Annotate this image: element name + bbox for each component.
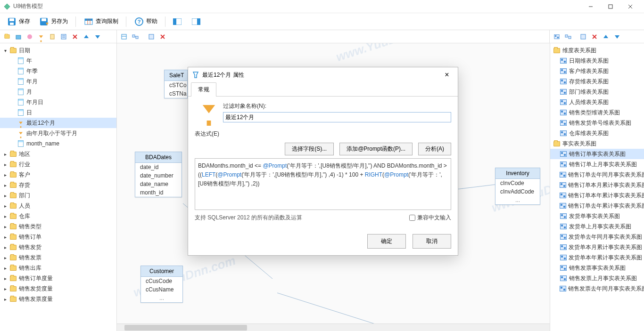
expand-icon[interactable]: ▸ [2,152,8,157]
diagram-item[interactable]: 发货单去年同月事实表关系图 [550,232,644,242]
horizontal-scrollbar[interactable] [117,323,550,331]
folder-销售类型[interactable]: ▸销售类型 [0,221,116,232]
add-table-button[interactable] [119,32,129,42]
delete-button-3[interactable] [589,32,600,42]
minimize-button[interactable] [581,0,601,13]
diagram-item[interactable]: 存货维表关系图 [550,76,644,87]
diagram-item[interactable]: 发货单上月事实表关系图 [550,221,644,232]
properties-button-2[interactable] [146,32,157,42]
folder-人员[interactable]: ▸人员 [0,201,116,211]
scrollbar-thumb[interactable] [124,325,247,331]
move-up-button-2[interactable] [601,32,611,42]
select-field-button[interactable]: 选择字段(S)... [285,143,334,155]
table-salet[interactable]: SaleT cSTCo cSTNa [164,70,188,98]
folder-销售订单[interactable]: ▸销售订单 [0,232,116,242]
add-relation-button[interactable] [130,32,140,42]
diagram-item[interactable]: 人员维表关系图 [550,97,644,107]
expand-icon[interactable]: ▸ [2,234,8,240]
folder-销售发票度量[interactable]: ▸销售发票度量 [0,294,116,304]
add-diagram-button[interactable] [552,32,562,42]
add-folder-button[interactable] [2,32,12,42]
expand-icon[interactable]: ▸ [2,193,8,198]
saveas-button[interactable]: 另存为 [35,15,72,29]
diagram-item[interactable]: 销售类型维请关系图 [550,107,644,118]
close-button[interactable] [620,0,640,13]
folder-销售发票[interactable]: ▸销售发票 [0,252,116,263]
properties-button-3[interactable] [578,32,588,42]
help-button[interactable]: ? 帮助 [130,15,161,29]
cn-compat-input[interactable] [409,215,415,221]
diagram-item[interactable]: 发货单事实表关系图 [550,211,644,221]
dim-年季[interactable]: 年季 [0,66,116,76]
folder-仓库[interactable]: ▸仓库 [0,211,116,221]
table-inventory[interactable]: Inventory cInvCode cInvAddCode ... [495,168,540,205]
diagram-item[interactable]: 销售订单事实表关系图 [550,149,644,159]
delete-button-2[interactable] [157,32,168,42]
move-up-button[interactable] [81,32,91,42]
folder-地区[interactable]: ▸地区 [0,149,116,159]
dim-年月[interactable]: 年月 [0,76,116,87]
delete-button[interactable] [70,32,80,42]
diagram-item[interactable]: 销售订单本月累计事实表关系图 [550,180,644,190]
dim-日[interactable]: 日 [0,107,116,118]
expand-icon[interactable]: ▸ [2,203,8,209]
save-button[interactable]: 保存 [3,15,34,29]
panel-toggle-left-button[interactable] [169,16,187,28]
diagram-item[interactable]: 销售订单上月事实表关系图 [550,159,644,170]
folder-部门[interactable]: ▸部门 [0,190,116,201]
add-relation-button-2[interactable] [563,32,573,42]
diagram-item[interactable]: 销售发票去年同月事实表关系图 [550,283,644,294]
analyze-button[interactable]: 分析(A) [418,143,451,155]
folder-dim-diagrams[interactable]: 维度表关系图 [550,45,644,56]
expand-icon[interactable]: ▸ [2,214,8,219]
dim-年[interactable]: 年 [0,56,116,66]
folder-行业[interactable]: ▸行业 [0,159,116,170]
folder-销售发货[interactable]: ▸销售发货 [0,242,116,252]
expand-icon[interactable]: ▸ [2,266,8,271]
ok-button[interactable]: 确定 [367,234,406,249]
dim-月[interactable]: 月 [0,87,116,97]
querylimit-button[interactable]: 查询限制 [80,15,122,29]
panel-toggle-right-button[interactable] [188,16,206,28]
expand-icon[interactable]: ▸ [2,162,8,167]
cn-compat-checkbox[interactable]: 兼容中文输入 [409,214,451,222]
expand-icon[interactable]: ▸ [2,276,8,281]
diagram-item[interactable]: 销售发票上月事实表关系图 [550,273,644,283]
diagram-item[interactable]: 销售订单去年累计事实表关系图 [550,201,644,211]
add-prompt-button[interactable]: 添加@Prompt函数(P)... [339,143,413,155]
dialog-close-button[interactable]: × [440,69,454,81]
diagram-item[interactable]: 销售发货单号维表关系图 [550,118,644,128]
diagram-item[interactable]: 客户维表关系图 [550,66,644,76]
cancel-button[interactable]: 取消 [413,234,451,249]
diagram-item[interactable]: 销售发票事实表关系图 [550,263,644,273]
diagram-item[interactable]: 仓库维表关系图 [550,128,644,138]
diagram-item[interactable]: 销售订单本年累计事实表关系图 [550,190,644,201]
expand-icon[interactable]: ▾ [2,48,8,53]
move-down-button[interactable] [92,32,103,42]
paste-button[interactable] [47,32,58,42]
properties-button[interactable] [58,32,69,42]
folder-存货[interactable]: ▸存货 [0,180,116,190]
diagram-item[interactable]: 日期维表关系图 [550,56,644,66]
dim-monthname[interactable]: month_name [0,138,116,149]
add-dimension-button[interactable] [13,32,24,42]
table-bdadates[interactable]: BDADates date_id date_number date_name m… [135,152,182,197]
folder-销售发货度量[interactable]: ▸销售发货度量 [0,283,116,294]
diagram-item[interactable]: 销售订单去年同月事实表关系图 [550,170,644,180]
filter-recent12[interactable]: 最近12个月 [0,118,116,128]
table-customer[interactable]: Customer cCusCode cCusName ... [140,266,183,303]
folder-销售订单度量[interactable]: ▸销售订单度量 [0,273,116,283]
filter-lte-month[interactable]: 由年月取小于等于月 [0,128,116,138]
move-down-button-2[interactable] [612,32,622,42]
diagram-item[interactable]: 发货单本月累计事实表关系图 [550,242,644,252]
dim-年月日[interactable]: 年月日 [0,97,116,107]
tab-general[interactable]: 常规 [191,82,216,97]
add-filter-button[interactable] [36,32,46,42]
diagram-item[interactable]: 部门维表关系图 [550,87,644,97]
folder-销售出库[interactable]: ▸销售出库 [0,263,116,273]
expression-textarea[interactable]: BDAMonths.month_id <= @Prompt('年月等于：',[U… [195,158,451,210]
expand-icon[interactable]: ▸ [2,224,8,229]
expand-icon[interactable]: ▸ [2,255,8,260]
expand-icon[interactable]: ▸ [2,286,8,291]
maximize-button[interactable] [601,0,620,13]
